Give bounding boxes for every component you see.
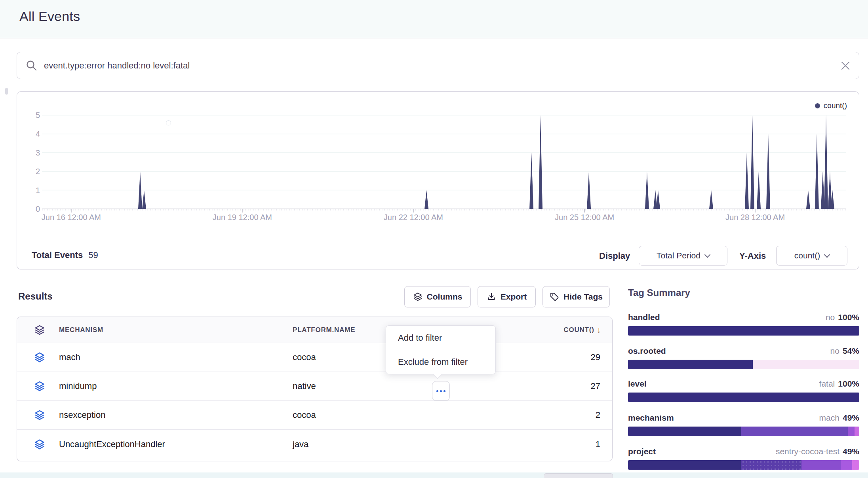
column-header-count[interactable]: COUNT() ↓: [563, 317, 601, 343]
menu-item-exclude-from-filter[interactable]: Exclude from filter: [386, 350, 495, 374]
cell-count[interactable]: 2: [596, 401, 600, 429]
menu-item-add-to-filter[interactable]: Add to filter: [386, 326, 495, 350]
tag-summary-title: Tag Summary: [628, 287, 690, 298]
tag-top-value: mach49%: [819, 413, 859, 423]
search-icon: [26, 60, 38, 72]
page-title: All Events: [19, 9, 80, 24]
column-header-count-label: COUNT(): [563, 326, 594, 334]
tag-bar-segment[interactable]: [855, 427, 859, 436]
tag-bar-segment[interactable]: [801, 460, 841, 470]
ellipsis-dot-icon: [436, 390, 438, 392]
display-dropdown[interactable]: Total Period: [639, 246, 727, 266]
x-axis-tick-label: Jun 16 12:00 AM: [32, 213, 111, 222]
tag-bar-segment[interactable]: [852, 460, 859, 470]
pagination-buttons-partial[interactable]: [544, 473, 613, 478]
results-title: Results: [18, 291, 53, 302]
tag-top-value: sentry-cocoa-test49%: [776, 447, 859, 456]
tag-bar-segment[interactable]: [628, 326, 859, 336]
tag-distribution-bar[interactable]: [628, 427, 859, 436]
chevron-down-icon: [824, 251, 830, 258]
tag-top-value: no100%: [826, 313, 859, 322]
y-axis-tick-label: 3: [21, 148, 40, 157]
results-table: MECHANISM PLATFORM.NAME COUNT() ↓ mach c…: [17, 317, 613, 461]
tag-percent: 54%: [843, 346, 859, 355]
tag-distribution-bar[interactable]: [628, 460, 859, 470]
cell-actions-ellipsis-button[interactable]: [432, 381, 450, 401]
x-axis-tick-label: Jun 25 12:00 AM: [545, 213, 624, 222]
tag-summary-item-os-rooted: os.rooted no54%: [628, 346, 859, 369]
table-row[interactable]: mach cocoa 29: [17, 343, 612, 372]
stack-icon: [34, 401, 46, 429]
column-header-mechanism[interactable]: MECHANISM: [59, 317, 103, 343]
y-axis-tick-label: 5: [21, 110, 40, 120]
y-axis-tick-label: 4: [21, 129, 40, 138]
drag-handle-icon[interactable]: [5, 88, 8, 95]
search-input[interactable]: [44, 61, 838, 71]
search-clear-button[interactable]: [838, 58, 853, 74]
export-button[interactable]: Export: [478, 286, 536, 307]
tag-bar-segment[interactable]: [628, 460, 741, 470]
table-row[interactable]: nsexception cocoa 2: [17, 401, 612, 430]
tag-top-value: no54%: [830, 346, 859, 356]
hide-tags-button[interactable]: Hide Tags: [542, 286, 610, 307]
cell-mechanism[interactable]: mach: [59, 343, 80, 372]
display-label: Display: [599, 251, 630, 261]
cell-count[interactable]: 27: [591, 372, 600, 400]
search-bar: [17, 52, 859, 79]
cell-mechanism[interactable]: minidump: [59, 372, 97, 400]
tag-distribution-bar[interactable]: [628, 393, 859, 402]
table-row[interactable]: minidump native 27: [17, 372, 612, 401]
stack-icon: [34, 430, 46, 459]
all-events-page: { "page": { "title": "All Events" }, "se…: [0, 0, 868, 478]
events-chart-card: count() 012345 Jun 16 12:00 AMJun 19 12:…: [17, 91, 859, 269]
tag-bar-segment[interactable]: [741, 460, 801, 470]
cell-platform-name[interactable]: cocoa: [293, 401, 316, 429]
y-axis-tick-label: 0: [21, 204, 40, 214]
close-icon: [840, 61, 851, 71]
y-axis-tick-label: 2: [21, 167, 40, 176]
columns-button[interactable]: Columns: [404, 286, 471, 307]
results-table-header: MECHANISM PLATFORM.NAME COUNT() ↓: [17, 317, 612, 343]
page-header: All Events: [0, 0, 868, 38]
ellipsis-dot-icon: [444, 390, 445, 392]
tag-bar-segment[interactable]: [628, 393, 859, 402]
cell-platform-name[interactable]: native: [293, 372, 316, 400]
yaxis-dropdown[interactable]: count(): [776, 246, 847, 266]
cell-mechanism[interactable]: UncaughtExceptionHandler: [59, 430, 165, 459]
cell-mechanism[interactable]: nsexception: [59, 401, 105, 429]
tag-bar-segment[interactable]: [848, 427, 855, 436]
columns-button-label: Columns: [427, 292, 463, 302]
y-axis-tick-label: 1: [21, 186, 40, 195]
stack-icon[interactable]: [34, 317, 45, 343]
yaxis-dropdown-value: count(): [794, 251, 820, 260]
tag-icon: [550, 292, 559, 302]
tag-bar-segment[interactable]: [841, 460, 852, 470]
tag-bar-segment[interactable]: [628, 360, 753, 369]
tag-percent: 100%: [838, 379, 859, 388]
events-chart-plot[interactable]: 012345 Jun 16 12:00 AMJun 19 12:00 AMJun…: [17, 92, 860, 242]
tag-percent: 49%: [843, 413, 859, 422]
stack-icon: [34, 343, 46, 372]
tag-percent: 49%: [843, 447, 859, 456]
stack-icon: [34, 372, 46, 400]
tag-summary-item-project: project sentry-cocoa-test49%: [628, 447, 859, 470]
tag-distribution-bar[interactable]: [628, 360, 859, 369]
tag-percent: 100%: [838, 313, 859, 322]
tag-top-value: fatal100%: [819, 379, 859, 389]
cell-count[interactable]: 29: [591, 343, 600, 372]
chart-footer: Total Events59 Display Total Period Y-Ax…: [17, 242, 859, 269]
tag-bar-segment[interactable]: [741, 427, 848, 436]
cell-count[interactable]: 1: [596, 430, 600, 459]
tag-distribution-bar[interactable]: [628, 326, 859, 336]
export-button-label: Export: [501, 292, 527, 302]
cell-platform-name[interactable]: java: [293, 430, 308, 459]
column-header-platform-name[interactable]: PLATFORM.NAME: [293, 317, 355, 343]
table-row[interactable]: UncaughtExceptionHandler java 1: [17, 430, 612, 459]
stack-icon: [413, 292, 423, 302]
tag-summary-item-handled: handled no100%: [628, 313, 859, 336]
tag-bar-segment[interactable]: [628, 427, 741, 436]
results-table-body: mach cocoa 29 minidump native 27 nsexcep…: [17, 343, 612, 459]
tag-key: level: [628, 379, 647, 389]
cell-platform-name[interactable]: cocoa: [293, 343, 316, 372]
x-axis-tick-label: Jun 22 12:00 AM: [374, 213, 453, 222]
